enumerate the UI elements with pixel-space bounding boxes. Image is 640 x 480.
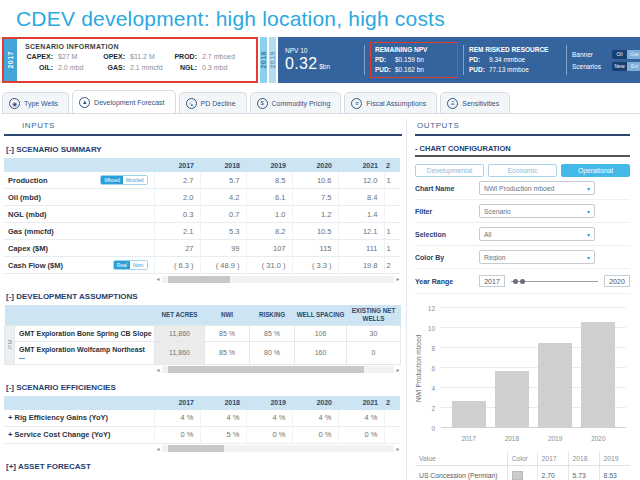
pd-label: PD:: [375, 55, 395, 65]
row-label: Oil (mbd): [8, 193, 41, 202]
scroll-left-icon[interactable]: ◄: [154, 446, 162, 452]
horizontal-scrollbar[interactable]: ◄ ►: [154, 445, 402, 453]
tab-pd-decline[interactable]: ↘PD Decline: [179, 92, 247, 113]
bar-2018: [495, 371, 529, 428]
value-cell: 0 %: [338, 426, 384, 443]
toggle-option-real[interactable]: Real: [114, 261, 130, 269]
tab-label: PD Decline: [201, 100, 236, 107]
scenarios-toggle-label: Scenarios: [572, 63, 601, 70]
development-assumptions-section-title[interactable]: [-] DEVELOPMENT ASSUMPTIONS: [6, 292, 402, 301]
column-header-2018: 2018: [568, 452, 599, 466]
value-cell: 85 %: [205, 341, 250, 364]
toggle-option-mmcfed[interactable]: Mmcfed: [123, 176, 147, 184]
new-ext-toggle[interactable]: New Ext: [612, 62, 640, 71]
scroll-right-icon[interactable]: ►: [394, 276, 402, 282]
dropdown-value: Scenario: [484, 208, 587, 215]
horizontal-scrollbar[interactable]: ◄ ►: [154, 275, 402, 283]
toggle-option-mboed[interactable]: Mboed: [101, 176, 122, 184]
toggle-option-oil[interactable]: Oil: [612, 50, 627, 59]
rem-risked-pud-row: PUD:77.13 mmboe: [469, 65, 561, 75]
tab-sensitivities[interactable]: ΞSensitivities: [440, 92, 510, 113]
chart-name-dropdown[interactable]: NWI Production mboed▾: [479, 181, 595, 195]
development-assumptions-table: NET ACRESNWIRISKINGWELL SPACINGEXISTING …: [4, 305, 401, 365]
scrollbar-thumb[interactable]: [168, 276, 230, 283]
horizontal-scrollbar[interactable]: ◄ ►: [154, 366, 402, 374]
chart-x-axis: 2017201820192020: [441, 430, 626, 442]
color-by-dropdown[interactable]: Region▾: [479, 250, 595, 264]
toggle-option-nom[interactable]: Nom: [130, 261, 147, 269]
value-cell: 4 %: [338, 410, 384, 427]
scrollbar-track[interactable]: [162, 445, 394, 452]
rem-risked-pd-row: PD:9.34 mmboe: [469, 55, 561, 65]
results-table: ValueColor201720182019US Concession (Per…: [415, 452, 630, 480]
scenario-summary-section-title[interactable]: [-] SCENARIO SUMMARY: [6, 145, 402, 154]
oil-mbd-row: Oil (mbd): [4, 189, 154, 206]
toggle-option-gas[interactable]: Gas: [627, 50, 640, 59]
scenarios-toggle-row: Scenarios New Ext: [572, 62, 640, 71]
npv10-value-row: 0.32 $bn: [285, 55, 359, 73]
asset-row-label: GMT Exploration Wolfcamp Northeast ...: [15, 341, 155, 364]
scroll-left-icon[interactable]: ◄: [154, 276, 162, 282]
year-to-input[interactable]: 2020: [604, 275, 630, 287]
year-tab-2017[interactable]: 2017: [4, 39, 17, 81]
chart-configuration-title[interactable]: - CHART CONFIGURATION: [415, 144, 630, 153]
scrollbar-thumb[interactable]: [168, 366, 364, 373]
scroll-right-icon[interactable]: ►: [394, 367, 402, 373]
economic-button[interactable]: Economic: [488, 164, 557, 177]
value-cell: 115: [292, 240, 338, 257]
asset-forecast-section-title[interactable]: [+] ASSET FORECAST: [6, 462, 402, 471]
bar-2019: [538, 343, 572, 428]
main-area: INPUTS [-] SCENARIO SUMMARY 201720182019…: [0, 119, 640, 480]
table-row: Cash Flow ($M)RealNom( 6.3 )( 48.9 )( 31…: [4, 257, 400, 274]
value-cell-partial: [384, 189, 400, 206]
filter-label: Filter: [415, 208, 479, 215]
slider-handle-right[interactable]: [520, 279, 525, 284]
tab-development-forecast[interactable]: ▲Development Forecast: [72, 90, 175, 113]
banner-toggle-row: Banner Oil Gas: [572, 50, 640, 59]
cash-flow-m-unit-toggle[interactable]: RealNom: [113, 260, 148, 270]
pud-label: PUD:: [375, 65, 395, 75]
value-cell: 5.7: [200, 172, 246, 189]
scrollbar-thumb[interactable]: [168, 445, 224, 452]
year-from-input[interactable]: 2017: [479, 275, 505, 287]
tab-commodity-pricing[interactable]: $Commodity Pricing: [250, 92, 342, 113]
column-header-year: 2018: [200, 396, 246, 410]
developmental-button[interactable]: Developmental: [415, 164, 484, 177]
commodity-pricing-icon: $: [257, 98, 268, 109]
tab-type-wells[interactable]: ◉Type Wells: [2, 92, 69, 113]
column-header-year: 2019: [246, 396, 292, 410]
value-cell: 27: [154, 240, 200, 257]
page-title: CDEV development: high location, high co…: [0, 0, 640, 31]
divider: [364, 45, 365, 75]
scenario-efficiencies-section-title[interactable]: [-] SCENARIO EFFICIENCIES: [6, 383, 402, 392]
summary-banner: 2017 SCENARIO INFORMATION CAPEX:$27 MOPE…: [2, 37, 638, 83]
filter-dropdown[interactable]: Scenario▾: [479, 204, 595, 218]
scrollbar-track[interactable]: [162, 366, 394, 373]
operational-button[interactable]: Operational: [561, 164, 630, 177]
value-cell: 0.7: [200, 206, 246, 223]
tab-fiscal-assumptions[interactable]: ¤Fiscal Assumptions: [344, 92, 437, 113]
service-cost-change-yoy-row: + Service Cost Change (YoY): [4, 426, 154, 443]
selection-dropdown[interactable]: All▾: [479, 227, 595, 241]
year-tab-2018[interactable]: 2018: [260, 37, 267, 83]
slider-handle-left[interactable]: [513, 279, 518, 284]
table-row: ProductionMboedMmcfed2.75.78.510.612.01: [4, 172, 400, 189]
production-unit-toggle[interactable]: MboedMmcfed: [100, 175, 147, 185]
year-tab-2019[interactable]: 2019: [269, 37, 276, 83]
metric-capex-value: $27 M: [56, 53, 96, 60]
scroll-left-icon[interactable]: ◄: [154, 367, 162, 373]
table-header-row: NET ACRESNWIRISKINGWELL SPACINGEXISTING …: [5, 305, 401, 325]
column-header-partial: 2: [384, 158, 400, 172]
metric-opex-label: OPEX:: [99, 53, 125, 60]
toggle-option-new[interactable]: New: [612, 62, 627, 71]
oil-gas-toggle[interactable]: Oil Gas: [612, 50, 640, 59]
table-row: Capex ($M)27991071151111: [4, 240, 400, 257]
toggle-option-ext[interactable]: Ext: [627, 62, 640, 71]
year-range-slider[interactable]: [511, 276, 598, 286]
metric-gas-label: GAS:: [99, 64, 125, 71]
scroll-right-icon[interactable]: ►: [394, 446, 402, 452]
fiscal-assumptions-icon: ¤: [351, 98, 362, 109]
scrollbar-track[interactable]: [162, 276, 394, 283]
ngl-mbd-row: NGL (mbd): [4, 206, 154, 223]
metric-prod-value: 2.7 mboed: [200, 53, 248, 60]
